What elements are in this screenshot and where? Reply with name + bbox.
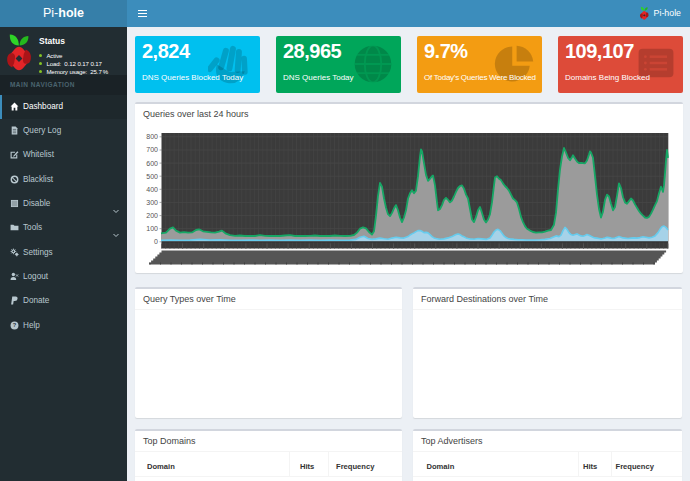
svg-text:100: 100 xyxy=(146,225,158,232)
svg-text:0: 0 xyxy=(154,238,158,245)
svg-text:200: 200 xyxy=(146,212,158,219)
svg-text:500: 500 xyxy=(146,173,158,180)
svg-text:?: ? xyxy=(13,322,17,328)
svg-text:300: 300 xyxy=(146,199,158,206)
svg-text:700: 700 xyxy=(146,146,158,153)
svg-text:400: 400 xyxy=(146,186,158,193)
svg-text:600: 600 xyxy=(146,160,158,167)
svg-text:800: 800 xyxy=(146,133,158,140)
